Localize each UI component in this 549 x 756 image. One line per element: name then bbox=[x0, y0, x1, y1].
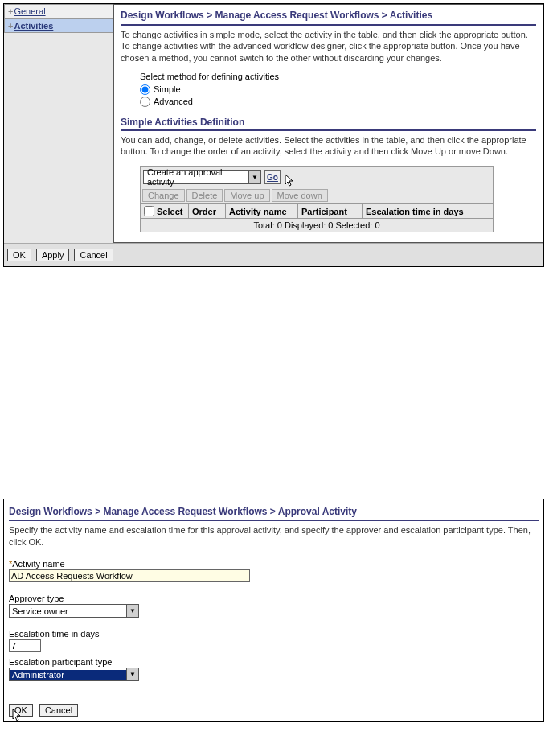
table-toolbar: Create an approval activity ▼ Go bbox=[140, 166, 494, 187]
table-buttons-row: Change Delete Move up Move down bbox=[140, 187, 494, 204]
approver-type-select[interactable]: Service owner ▼ bbox=[9, 604, 139, 618]
approver-type-field: Approver type Service owner ▼ bbox=[9, 594, 539, 618]
sidebar-item-label: General bbox=[14, 6, 45, 16]
sidebar-item-label: Activities bbox=[14, 21, 53, 31]
moveup-button[interactable]: Move up bbox=[224, 189, 269, 202]
table-footer: Total: 0 Displayed: 0 Selected: 0 bbox=[140, 219, 494, 232]
apply-button[interactable]: Apply bbox=[36, 249, 70, 261]
plus-icon: + bbox=[8, 21, 13, 31]
chevron-down-icon[interactable]: ▼ bbox=[126, 605, 138, 617]
cancel-button[interactable]: Cancel bbox=[74, 249, 113, 261]
col-select: Select bbox=[157, 207, 182, 216]
col-order: Order bbox=[189, 204, 226, 218]
chevron-down-icon[interactable]: ▼ bbox=[248, 171, 260, 183]
bottom-buttons: OK Cancel bbox=[9, 704, 539, 717]
subheading: Simple Activities Definition bbox=[121, 117, 536, 131]
activities-table: Create an approval activity ▼ Go Change … bbox=[140, 166, 494, 232]
combo-text: Create an approval activity bbox=[144, 167, 248, 187]
sidebar-item-general[interactable]: +General bbox=[4, 4, 113, 18]
cursor-icon bbox=[12, 709, 23, 723]
ept-field: Escalation participant type Administrato… bbox=[9, 657, 539, 681]
table-header: Select Order Activity name Participant E… bbox=[140, 204, 494, 219]
method-label: Select method for defining activities bbox=[140, 72, 536, 81]
field-label: Approver type bbox=[9, 594, 539, 603]
main-content: Design Workflows > Manage Access Request… bbox=[113, 4, 543, 243]
radio-advanced[interactable]: Advanced bbox=[140, 97, 536, 107]
approval-activity-panel: Design Workflows > Manage Access Request… bbox=[3, 499, 544, 722]
go-button[interactable]: Go bbox=[264, 170, 281, 184]
chevron-down-icon[interactable]: ▼ bbox=[126, 668, 138, 680]
cancel-button[interactable]: Cancel bbox=[39, 704, 78, 717]
field-label: Activity name bbox=[12, 559, 64, 569]
cursor-icon bbox=[285, 174, 296, 188]
movedown-button[interactable]: Move down bbox=[272, 189, 328, 202]
ok-button[interactable]: OK bbox=[7, 249, 31, 261]
delete-button[interactable]: Delete bbox=[186, 189, 223, 202]
field-label: Escalation participant type bbox=[9, 657, 539, 667]
intro-text: Specify the activity name and escalation… bbox=[9, 524, 539, 548]
radio-simple-input[interactable] bbox=[140, 84, 150, 95]
radio-label: Advanced bbox=[154, 97, 193, 106]
change-button[interactable]: Change bbox=[142, 189, 185, 202]
intro-text: To change activities in simple mode, sel… bbox=[121, 29, 536, 64]
activity-type-combo[interactable]: Create an approval activity ▼ bbox=[143, 170, 261, 184]
radio-advanced-input[interactable] bbox=[140, 97, 150, 107]
select-value: Administrator bbox=[10, 670, 126, 680]
col-activity: Activity name bbox=[226, 204, 298, 218]
escalation-time-field: Escalation time in days bbox=[9, 629, 539, 652]
breadcrumb: Design Workflows > Manage Access Request… bbox=[121, 8, 536, 26]
sidebar-item-activities[interactable]: +Activities bbox=[4, 18, 113, 33]
ept-select[interactable]: Administrator ▼ bbox=[9, 668, 139, 681]
sidebar: +General +Activities bbox=[4, 4, 113, 243]
escalation-time-input[interactable] bbox=[9, 639, 41, 652]
select-value: Service owner bbox=[10, 606, 126, 616]
radio-label: Simple bbox=[154, 84, 181, 94]
activities-panel: +General +Activities Design Workflows > … bbox=[3, 3, 544, 267]
activity-name-field: *Activity name bbox=[9, 559, 539, 582]
field-label: Escalation time in days bbox=[9, 629, 539, 639]
col-escalation: Escalation time in days bbox=[363, 204, 493, 218]
plus-icon: + bbox=[8, 6, 13, 16]
breadcrumb: Design Workflows > Manage Access Request… bbox=[9, 504, 539, 521]
activity-name-input[interactable] bbox=[9, 569, 250, 582]
radio-simple[interactable]: Simple bbox=[140, 84, 536, 95]
select-all-checkbox[interactable] bbox=[144, 206, 154, 216]
bottom-bar: OK Apply Cancel bbox=[4, 243, 543, 266]
col-participant: Participant bbox=[298, 204, 363, 218]
sub-intro-text: You can add, change, or delete activitie… bbox=[121, 134, 536, 158]
